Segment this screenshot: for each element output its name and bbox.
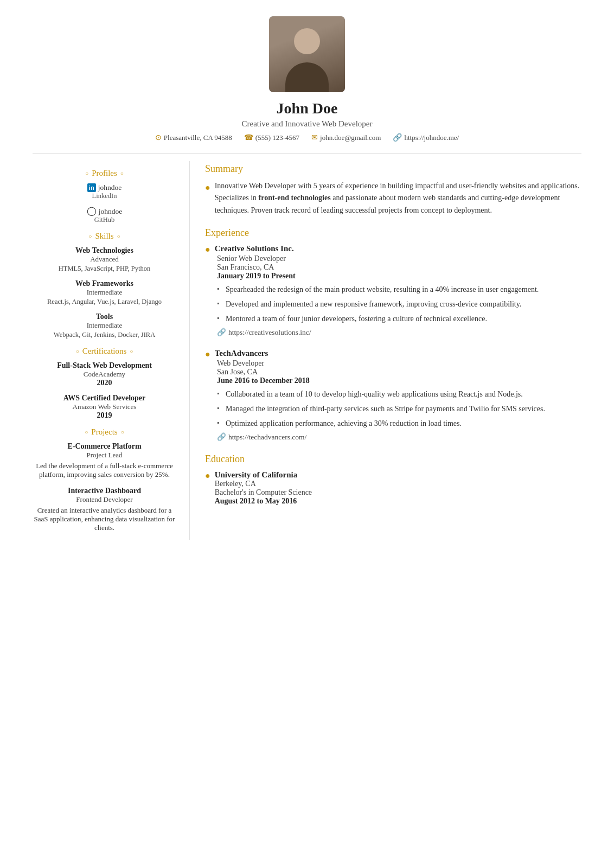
exp-item-1: ● TechAdvancers Web Developer San Jose, … — [205, 349, 581, 442]
candidate-title: Creative and Innovative Web Developer — [33, 119, 581, 129]
exp-bullet-item-0-0: Spearheaded the redesign of the main pro… — [217, 284, 581, 295]
phone-text: (555) 123-4567 — [255, 133, 299, 142]
linkedin-name: injohndoe — [33, 183, 176, 192]
edu-item-0: ● University of California Berkeley, CA … — [205, 470, 581, 506]
header: John Doe Creative and Innovative Web Dev… — [33, 16, 581, 142]
header-divider — [33, 153, 581, 154]
avatar-wrapper — [33, 16, 581, 94]
profile-linkedin: injohndoe LinkedIn — [33, 183, 176, 200]
resume-page: John Doe Creative and Innovative Web Dev… — [0, 0, 614, 868]
location-icon: ⊙ — [155, 133, 162, 142]
exp-company-row-0: ● Creative Solutions Inc. — [205, 244, 581, 254]
edu-details-0: University of California Berkeley, CA Ba… — [215, 470, 312, 506]
summary-heading: Summary — [205, 163, 581, 175]
exp-company-row-1: ● TechAdvancers — [205, 349, 581, 359]
exp-link-0[interactable]: 🔗https://creativesolutions.inc/ — [217, 328, 581, 337]
exp-item-0: ● Creative Solutions Inc. Senior Web Dev… — [205, 244, 581, 337]
experience-heading: Experience — [205, 227, 581, 239]
exp-company-1: TechAdvancers — [215, 349, 268, 358]
cert-date-1: 2019 — [33, 411, 176, 420]
skill-name-0: Web Technologies — [33, 246, 176, 255]
github-icon: ◯ — [87, 206, 97, 216]
cert-name-1: AWS Certified Developer — [33, 394, 176, 403]
edu-school-0: University of California — [215, 470, 312, 480]
contact-phone: ☎ (555) 123-4567 — [244, 133, 299, 142]
github-name: ◯johndoe — [33, 206, 176, 216]
cert-issuer-0: CodeAcademy — [33, 370, 176, 379]
exp-bullet-item-1-2: Optimized application performance, achie… — [217, 418, 581, 429]
summary-bullet: ● — [205, 181, 210, 216]
sidebar: Profiles injohndoe LinkedIn ◯johndoe Git… — [33, 161, 190, 540]
edu-bullet-0: ● — [205, 471, 210, 506]
github-username: johndoe — [99, 207, 123, 215]
exp-role-1: Web Developer — [217, 359, 581, 368]
avatar — [269, 16, 345, 92]
exp-location-1: San Jose, CA — [217, 368, 581, 376]
main-content: Summary ● Innovative Web Developer with … — [190, 161, 581, 513]
skills-heading: Skills — [33, 232, 176, 241]
cert-issuer-1: Amazon Web Services — [33, 403, 176, 411]
edu-degree-0: Bachelor's in Computer Science — [215, 488, 312, 497]
skill-level-1: Intermediate — [33, 288, 176, 297]
skill-tools: Tools Intermediate Webpack, Git, Jenkins… — [33, 312, 176, 339]
project-desc-1: Created an interactive analytics dashboa… — [33, 506, 176, 532]
cert-aws: AWS Certified Developer Amazon Web Servi… — [33, 394, 176, 420]
link-icon: 🔗 — [393, 133, 402, 142]
exp-link-1[interactable]: 🔗https://techadvancers.com/ — [217, 432, 581, 442]
exp-role-0: Senior Web Developer — [217, 254, 581, 263]
exp-link-text-1: https://techadvancers.com/ — [228, 433, 306, 441]
exp-bullets-0: Spearheaded the redesign of the main pro… — [217, 284, 581, 324]
contact-bar: ⊙ Pleasantville, CA 94588 ☎ (555) 123-45… — [33, 133, 581, 142]
project-role-1: Frontend Developer — [33, 495, 176, 504]
skill-level-2: Intermediate — [33, 321, 176, 330]
exp-dates-1: June 2016 to December 2018 — [217, 376, 581, 385]
contact-website[interactable]: 🔗 https://johndoe.me/ — [393, 133, 459, 142]
main-layout: Profiles injohndoe LinkedIn ◯johndoe Git… — [33, 161, 581, 540]
edu-dates-0: August 2012 to May 2016 — [215, 497, 312, 506]
skill-name-1: Web Frameworks — [33, 279, 176, 288]
email-text: john.doe@gmail.com — [320, 133, 381, 142]
skill-keywords-0: HTML5, JavaScript, PHP, Python — [33, 265, 176, 273]
skill-web-frameworks: Web Frameworks Intermediate React.js, An… — [33, 279, 176, 306]
link-icon-0: 🔗 — [217, 328, 226, 336]
cert-fullstack: Full-Stack Web Development CodeAcademy 2… — [33, 361, 176, 387]
skill-level-0: Advanced — [33, 255, 176, 264]
edu-location-0: Berkeley, CA — [215, 480, 312, 488]
phone-icon: ☎ — [244, 133, 253, 142]
website-text: https://johndoe.me/ — [404, 133, 459, 142]
project-role-0: Project Lead — [33, 451, 176, 459]
linkedin-icon: in — [87, 183, 96, 192]
projects-heading: Projects — [33, 427, 176, 437]
profile-github: ◯johndoe GitHub — [33, 206, 176, 224]
skill-keywords-1: React.js, Angular, Vue.js, Laravel, Djan… — [33, 298, 176, 306]
contact-location: ⊙ Pleasantville, CA 94588 — [155, 133, 232, 142]
email-icon: ✉ — [311, 133, 318, 142]
linkedin-username: johndoe — [98, 183, 122, 192]
skill-web-technologies: Web Technologies Advanced HTML5, JavaScr… — [33, 246, 176, 273]
education-heading: Education — [205, 454, 581, 465]
exp-link-text-0: https://creativesolutions.inc/ — [228, 328, 311, 336]
skill-keywords-2: Webpack, Git, Jenkins, Docker, JIRA — [33, 331, 176, 339]
exp-company-0: Creative Solutions Inc. — [215, 244, 294, 253]
project-ecommerce: E-Commerce Platform Project Lead Led the… — [33, 442, 176, 479]
summary-block: ● Innovative Web Developer with 5 years … — [205, 180, 581, 216]
exp-bullet-item-0-2: Mentored a team of four junior developer… — [217, 313, 581, 324]
project-name-0: E-Commerce Platform — [33, 442, 176, 451]
linkedin-network: LinkedIn — [33, 192, 176, 200]
exp-bullet-item-1-1: Managed the integration of third-party s… — [217, 403, 581, 414]
exp-bullet-item-0-1: Developed and implemented a new responsi… — [217, 298, 581, 310]
project-name-1: Interactive Dashboard — [33, 487, 176, 495]
skill-name-2: Tools — [33, 312, 176, 321]
project-dashboard: Interactive Dashboard Frontend Developer… — [33, 487, 176, 532]
link-icon-1: 🔗 — [217, 433, 226, 441]
profiles-heading: Profiles — [33, 169, 176, 178]
location-text: Pleasantville, CA 94588 — [164, 133, 232, 142]
cert-name-0: Full-Stack Web Development — [33, 361, 176, 370]
exp-bullets-1: Collaborated in a team of 10 to develop … — [217, 388, 581, 429]
github-network: GitHub — [33, 216, 176, 224]
certifications-heading: Certifications — [33, 347, 176, 356]
cert-date-0: 2020 — [33, 379, 176, 387]
project-desc-0: Led the development of a full-stack e-co… — [33, 462, 176, 479]
exp-bullet-0: ● — [205, 245, 210, 254]
avatar-image — [269, 16, 345, 92]
